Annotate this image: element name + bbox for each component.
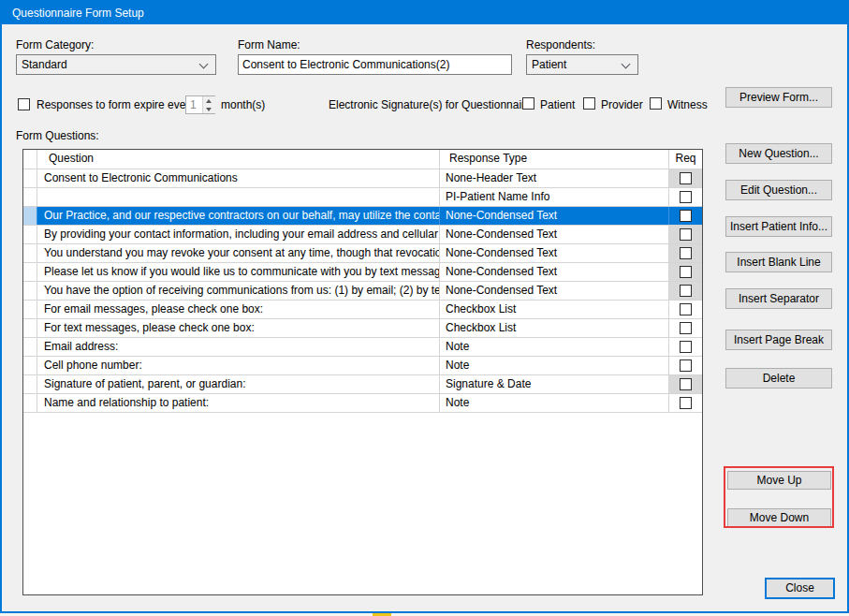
- header-corner-cell: [23, 150, 37, 169]
- response-type-cell[interactable]: Note: [440, 394, 669, 412]
- questions-grid[interactable]: Question Response Type Req Consent to El…: [22, 149, 703, 595]
- esign-patient-checkbox[interactable]: [522, 97, 534, 110]
- row-header-cell[interactable]: [23, 394, 37, 412]
- expire-suffix-label: month(s): [221, 98, 265, 111]
- preview-form-button[interactable]: Preview Form...: [725, 87, 832, 108]
- req-checkbox[interactable]: [680, 172, 692, 184]
- question-row[interactable]: Cell phone number: Note: [23, 357, 702, 375]
- question-row[interactable]: PI-Patient Name Info: [23, 188, 702, 207]
- req-checkbox[interactable]: [680, 247, 692, 259]
- question-cell[interactable]: For text messages, please check one box:: [37, 319, 440, 337]
- req-cell: [669, 282, 702, 300]
- response-type-cell[interactable]: Checkbox List: [440, 319, 669, 337]
- form-name-input[interactable]: [238, 54, 512, 75]
- insert-blank-line-button[interactable]: Insert Blank Line: [725, 252, 832, 272]
- edit-question-button[interactable]: Edit Question...: [725, 180, 832, 200]
- question-row[interactable]: For text messages, please check one box:…: [23, 319, 702, 338]
- req-checkbox[interactable]: [680, 359, 692, 372]
- esign-provider-checkbox[interactable]: [583, 97, 595, 110]
- move-up-button[interactable]: Move Up: [727, 471, 831, 490]
- question-cell[interactable]: Our Practice, and our respective contrac…: [37, 207, 440, 225]
- insert-patient-info-button[interactable]: Insert Patient Info...: [725, 216, 832, 237]
- req-cell: [669, 169, 702, 187]
- req-checkbox[interactable]: [680, 266, 692, 278]
- arrow-down-icon: [206, 108, 212, 111]
- question-row[interactable]: By providing your contact information, i…: [23, 226, 702, 244]
- row-header-cell[interactable]: [23, 244, 37, 262]
- response-type-cell[interactable]: Signature & Date: [440, 375, 669, 393]
- row-header-cell[interactable]: [23, 357, 37, 374]
- question-row[interactable]: For email messages, please check one box…: [23, 301, 702, 319]
- row-header-cell[interactable]: [23, 375, 37, 393]
- question-row-selected[interactable]: Our Practice, and our respective contrac…: [23, 207, 702, 226]
- req-checkbox[interactable]: [680, 210, 692, 222]
- response-type-cell[interactable]: None-Condensed Text: [440, 226, 669, 243]
- spinner-up-button[interactable]: [203, 96, 215, 105]
- esign-witness-checkbox[interactable]: [650, 97, 662, 110]
- response-type-cell[interactable]: Checkbox List: [440, 301, 669, 318]
- question-cell[interactable]: Consent to Electronic Communications: [37, 169, 440, 187]
- delete-button[interactable]: Delete: [725, 368, 832, 389]
- question-cell[interactable]: For email messages, please check one box…: [37, 301, 440, 318]
- expire-count-input[interactable]: [186, 96, 202, 113]
- question-cell[interactable]: Cell phone number:: [37, 357, 440, 374]
- response-type-cell[interactable]: None-Condensed Text: [440, 282, 669, 300]
- spinner-down-button[interactable]: [203, 105, 215, 113]
- req-column-header[interactable]: Req: [669, 150, 702, 169]
- question-cell[interactable]: Signature of patient, parent, or guardia…: [37, 375, 440, 393]
- req-checkbox[interactable]: [680, 303, 692, 315]
- response-type-cell[interactable]: None-Condensed Text: [440, 244, 669, 262]
- insert-separator-button[interactable]: Insert Separator: [725, 288, 832, 309]
- question-cell[interactable]: Email address:: [37, 338, 440, 356]
- req-checkbox[interactable]: [680, 228, 692, 241]
- close-button[interactable]: Close: [765, 578, 835, 599]
- req-checkbox[interactable]: [680, 191, 692, 203]
- question-cell[interactable]: You understand you may revoke your conse…: [37, 244, 440, 262]
- row-header-cell[interactable]: [23, 301, 37, 318]
- form-category-select[interactable]: Standard: [16, 54, 216, 75]
- row-header-cell[interactable]: [23, 226, 37, 243]
- req-cell: [669, 338, 702, 356]
- response-type-column-header[interactable]: Response Type: [440, 150, 669, 169]
- question-cell[interactable]: By providing your contact information, i…: [37, 226, 440, 243]
- req-checkbox[interactable]: [680, 341, 692, 353]
- form-questions-label: Form Questions:: [16, 129, 99, 142]
- question-row[interactable]: Name and relationship to patient: Note: [23, 394, 702, 413]
- question-row[interactable]: Signature of patient, parent, or guardia…: [23, 375, 702, 394]
- respondents-select[interactable]: Patient: [526, 54, 638, 75]
- question-column-header[interactable]: Question: [37, 150, 440, 169]
- move-down-button[interactable]: Move Down: [727, 508, 831, 527]
- question-cell[interactable]: Name and relationship to patient:: [37, 394, 440, 412]
- expire-checkbox[interactable]: [18, 98, 30, 110]
- req-checkbox[interactable]: [680, 322, 692, 334]
- req-cell: [669, 394, 702, 412]
- req-checkbox[interactable]: [680, 397, 692, 409]
- row-header-cell[interactable]: [23, 282, 37, 300]
- question-row[interactable]: You have the option of receiving communi…: [23, 282, 702, 301]
- row-header-cell[interactable]: [23, 319, 37, 337]
- question-row[interactable]: You understand you may revoke your conse…: [23, 244, 702, 263]
- question-row[interactable]: Consent to Electronic Communications Non…: [23, 169, 702, 188]
- req-checkbox[interactable]: [680, 378, 692, 390]
- question-cell[interactable]: Please let us know if you would like us …: [37, 263, 440, 281]
- response-type-cell[interactable]: Note: [440, 357, 669, 374]
- req-checkbox[interactable]: [680, 285, 692, 297]
- row-header-cell[interactable]: [23, 207, 37, 225]
- question-cell[interactable]: You have the option of receiving communi…: [37, 282, 440, 300]
- response-type-cell[interactable]: None-Condensed Text: [440, 207, 669, 225]
- title-bar[interactable]: Questionnaire Form Setup: [2, 2, 847, 24]
- row-header-cell[interactable]: [23, 263, 37, 281]
- row-header-cell[interactable]: [23, 338, 37, 356]
- response-type-cell[interactable]: None-Condensed Text: [440, 263, 669, 281]
- response-type-cell[interactable]: None-Header Text: [440, 169, 669, 187]
- new-question-button[interactable]: New Question...: [725, 143, 832, 164]
- questionnaire-form-setup-dialog: Questionnaire Form Setup Form Category: …: [0, 0, 849, 613]
- row-header-cell[interactable]: [23, 188, 37, 206]
- question-row[interactable]: Email address: Note: [23, 338, 702, 357]
- question-row[interactable]: Please let us know if you would like us …: [23, 263, 702, 282]
- insert-page-break-button[interactable]: Insert Page Break: [725, 330, 832, 350]
- response-type-cell[interactable]: Note: [440, 338, 669, 356]
- response-type-cell[interactable]: PI-Patient Name Info: [440, 188, 669, 206]
- row-header-cell[interactable]: [23, 169, 37, 187]
- question-cell[interactable]: [37, 188, 440, 206]
